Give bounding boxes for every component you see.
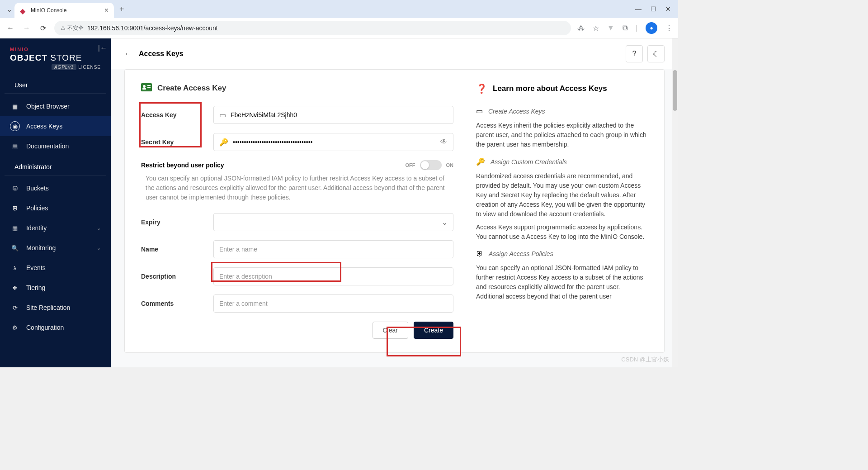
collapse-sidebar-icon[interactable]: |← — [98, 44, 107, 52]
logo-license: AGPLv3LICENSE — [10, 65, 101, 70]
id-card-icon — [141, 83, 152, 93]
info-body: You can specify an optional JSON-formatt… — [476, 263, 648, 301]
key-icon: 🔑 — [219, 138, 228, 147]
maximize-icon[interactable]: ☐ — [651, 5, 656, 13]
access-key-field[interactable] — [231, 111, 448, 119]
forward-button[interactable]: → — [22, 23, 32, 33]
sidebar-item-access-keys[interactable]: ◉Access Keys — [0, 116, 111, 136]
translate-icon[interactable]: ⁂ — [577, 24, 585, 33]
nav-icon: ⚙ — [11, 324, 19, 331]
tab-list-dropdown[interactable]: ⌄ — [4, 4, 14, 14]
nav-icon: λ — [11, 264, 19, 271]
toggle-visibility-icon[interactable]: 👁 — [440, 138, 448, 146]
chevron-down-icon: ⌄ — [97, 245, 101, 251]
info-heading: Assign Custom Credentials — [491, 158, 567, 166]
nav-label: Tiering — [26, 284, 45, 291]
url-text: 192.168.56.10:9001/access-keys/new-accou… — [87, 24, 218, 32]
sidebar-item-identity[interactable]: ▦Identity⌄ — [0, 218, 111, 238]
menu-icon[interactable]: ⋮ — [665, 24, 673, 33]
tab-favicon: ◆ — [20, 7, 27, 14]
nav-section-title: User — [5, 74, 106, 94]
tab-title: MinIO Console — [31, 7, 101, 14]
comments-field[interactable] — [219, 300, 448, 307]
nav-icon: ▤ — [11, 142, 19, 150]
secret-key-field[interactable] — [233, 138, 436, 146]
name-field[interactable] — [219, 246, 448, 253]
browser-tab-strip: ⌄ ◆ MinIO Console × + — ☐ ✕ — [0, 0, 678, 18]
sidebar-item-monitoring[interactable]: 🔍Monitoring⌄ — [0, 238, 111, 258]
nav-icon: ⛁ — [11, 185, 19, 192]
name-label: Name — [141, 246, 158, 253]
name-input[interactable] — [213, 240, 453, 258]
info-panel-title: Learn more about Access Keys — [493, 84, 607, 93]
scrollbar-thumb[interactable] — [673, 70, 677, 111]
question-circle-icon: ❓ — [476, 83, 487, 94]
nav-label: Object Browser — [26, 103, 70, 110]
id-card-icon: ▭ — [476, 107, 483, 115]
nav-icon: ❖ — [11, 284, 19, 291]
nav-label: Events — [26, 264, 46, 271]
svg-point-1 — [143, 85, 146, 88]
sidebar-item-site-replication[interactable]: ⟳Site Replication — [0, 298, 111, 318]
restrict-label: Restrict beyond user policy — [141, 161, 224, 169]
sidebar: |← MINIO OBJECT STORE AGPLv3LICENSE User… — [0, 38, 111, 367]
dark-mode-button[interactable]: ☾ — [647, 45, 665, 62]
sidebar-item-policies[interactable]: ⛨Policies — [0, 198, 111, 218]
insecure-badge[interactable]: ⚠ 不安全 — [61, 24, 84, 32]
tab-close-icon[interactable]: × — [104, 6, 108, 14]
reload-button[interactable]: ⟳ — [38, 23, 48, 33]
chevron-down-icon: ⌄ — [442, 218, 448, 227]
sidebar-item-configuration[interactable]: ⚙Configuration — [0, 318, 111, 337]
sidebar-item-documentation[interactable]: ▤Documentation — [0, 136, 111, 156]
warning-icon: ⚠ — [61, 25, 66, 31]
svg-rect-3 — [147, 85, 151, 86]
bookmark-star-icon[interactable]: ☆ — [593, 24, 599, 33]
sidebar-item-object-browser[interactable]: ▦Object Browser — [0, 96, 111, 116]
back-button[interactable]: ← — [5, 23, 15, 33]
expiry-select[interactable]: ⌄ — [213, 213, 453, 231]
shield-icon: ⛨ — [476, 250, 483, 258]
comments-input[interactable] — [213, 294, 453, 313]
nav-section-title: Administrator — [5, 156, 106, 176]
comments-label: Comments — [141, 300, 174, 307]
info-heading: Create Access Keys — [488, 108, 545, 115]
clear-button[interactable]: Clear — [373, 322, 408, 339]
profile-avatar[interactable]: ● — [646, 22, 657, 34]
browser-tab[interactable]: ◆ MinIO Console × — [14, 3, 114, 18]
nav-label: Policies — [26, 204, 48, 212]
scrollbar[interactable] — [672, 38, 678, 367]
help-button[interactable]: ? — [626, 45, 643, 62]
info-body: Randomized access credentials are recomm… — [476, 171, 648, 219]
access-key-input[interactable]: ▭ — [213, 106, 453, 124]
topbar: ← Access Keys ? ☾ — [111, 38, 678, 69]
nav-icon: 🔍 — [11, 244, 19, 252]
sidebar-item-buckets[interactable]: ⛁Buckets — [0, 178, 111, 198]
access-key-label: Access Key — [141, 111, 177, 119]
svg-rect-2 — [142, 88, 146, 90]
secret-key-input[interactable]: 🔑 👁 — [213, 133, 453, 151]
nav-label: Documentation — [26, 142, 69, 150]
insecure-label: 不安全 — [67, 24, 84, 32]
minimize-icon[interactable]: — — [635, 5, 642, 13]
id-icon: ▭ — [219, 111, 226, 119]
sidebar-item-tiering[interactable]: ❖Tiering — [0, 278, 111, 298]
create-button[interactable]: Create — [414, 322, 453, 339]
description-field[interactable] — [219, 273, 448, 280]
info-heading: Assign Access Policies — [489, 250, 553, 257]
extensions-icon[interactable]: ⧉ — [623, 24, 627, 32]
url-input[interactable]: ⚠ 不安全 192.168.56.10:9001/access-keys/new… — [54, 21, 571, 35]
nav-icon: ⟳ — [11, 304, 19, 311]
restrict-toggle[interactable] — [420, 160, 442, 170]
expiry-label: Expiry — [141, 218, 160, 226]
description-input[interactable] — [213, 267, 453, 285]
nav-label: Buckets — [26, 185, 49, 192]
sidebar-item-events[interactable]: λEvents — [0, 258, 111, 278]
nav-icon: ⛨ — [11, 204, 19, 212]
nav-icon: ◉ — [11, 123, 19, 130]
close-window-icon[interactable]: ✕ — [665, 5, 671, 13]
nav-label: Identity — [26, 224, 47, 232]
new-tab-button[interactable]: + — [119, 5, 124, 14]
downloads-icon[interactable]: ▼ — [607, 24, 614, 32]
back-arrow-icon[interactable]: ← — [124, 50, 132, 58]
info-body: Access Keys inherit the policies explici… — [476, 121, 648, 149]
